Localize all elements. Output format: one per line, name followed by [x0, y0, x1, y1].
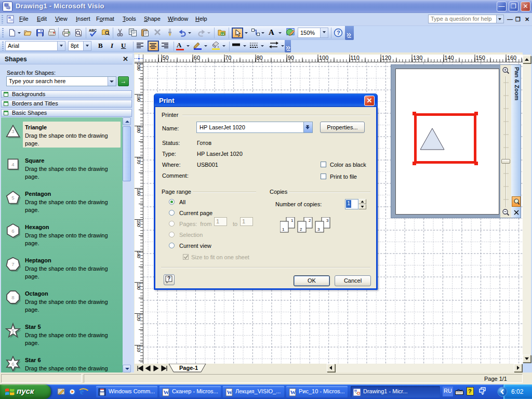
svg-text:7: 7 — [11, 261, 14, 267]
svg-text:W: W — [227, 389, 233, 395]
svg-text:6: 6 — [11, 228, 14, 234]
svg-text:6: 6 — [11, 361, 14, 367]
svg-text:2: 2 — [309, 218, 311, 223]
svg-text:W: W — [164, 389, 169, 395]
svg-text:Page-1: Page-1 — [179, 365, 198, 371]
svg-text:4: 4 — [11, 162, 15, 167]
svg-text:1: 1 — [282, 227, 285, 232]
svg-text:5: 5 — [11, 328, 14, 334]
svg-text:?: ? — [167, 276, 170, 282]
svg-text:3: 3 — [326, 218, 329, 223]
svg-text:W: W — [290, 389, 296, 395]
svg-text:8: 8 — [11, 295, 14, 300]
svg-text:3: 3 — [11, 128, 14, 134]
svg-text:?: ? — [468, 388, 472, 394]
svg-text:?: ? — [337, 30, 340, 36]
svg-text:1: 1 — [291, 218, 294, 223]
svg-text:2: 2 — [300, 227, 302, 232]
svg-text:5: 5 — [11, 195, 14, 201]
svg-text:3: 3 — [317, 227, 320, 232]
